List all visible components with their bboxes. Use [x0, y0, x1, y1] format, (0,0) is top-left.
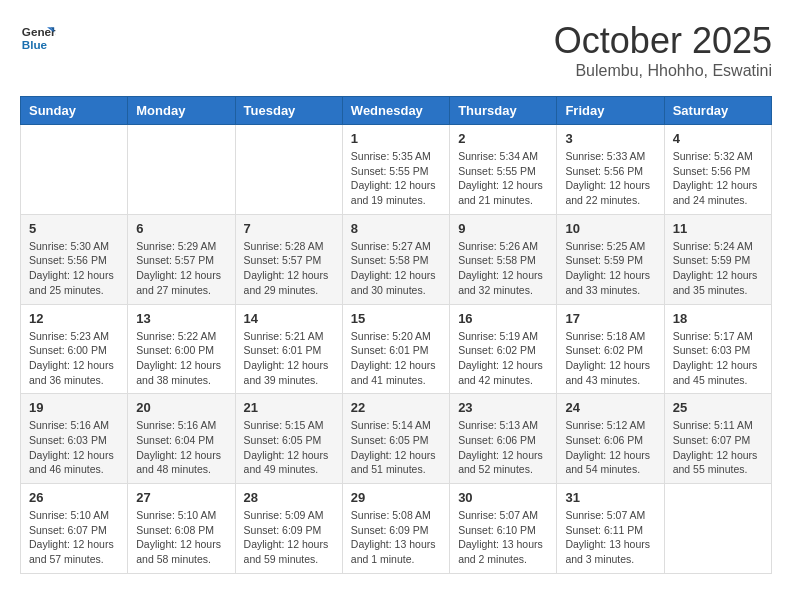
day-info: Sunrise: 5:11 AM Sunset: 6:07 PM Dayligh…	[673, 418, 763, 477]
calendar-cell: 11Sunrise: 5:24 AM Sunset: 5:59 PM Dayli…	[664, 214, 771, 304]
calendar-week-row: 1Sunrise: 5:35 AM Sunset: 5:55 PM Daylig…	[21, 125, 772, 215]
day-info: Sunrise: 5:23 AM Sunset: 6:00 PM Dayligh…	[29, 329, 119, 388]
calendar-cell: 14Sunrise: 5:21 AM Sunset: 6:01 PM Dayli…	[235, 304, 342, 394]
day-number: 23	[458, 400, 548, 415]
calendar-cell: 19Sunrise: 5:16 AM Sunset: 6:03 PM Dayli…	[21, 394, 128, 484]
calendar-cell: 8Sunrise: 5:27 AM Sunset: 5:58 PM Daylig…	[342, 214, 449, 304]
day-number: 29	[351, 490, 441, 505]
logo-icon: General Blue	[20, 20, 56, 56]
calendar-cell: 17Sunrise: 5:18 AM Sunset: 6:02 PM Dayli…	[557, 304, 664, 394]
calendar-cell: 31Sunrise: 5:07 AM Sunset: 6:11 PM Dayli…	[557, 484, 664, 574]
day-number: 2	[458, 131, 548, 146]
day-number: 14	[244, 311, 334, 326]
calendar-cell: 12Sunrise: 5:23 AM Sunset: 6:00 PM Dayli…	[21, 304, 128, 394]
calendar-cell: 30Sunrise: 5:07 AM Sunset: 6:10 PM Dayli…	[450, 484, 557, 574]
day-number: 6	[136, 221, 226, 236]
day-number: 24	[565, 400, 655, 415]
calendar-cell: 25Sunrise: 5:11 AM Sunset: 6:07 PM Dayli…	[664, 394, 771, 484]
day-info: Sunrise: 5:12 AM Sunset: 6:06 PM Dayligh…	[565, 418, 655, 477]
day-info: Sunrise: 5:08 AM Sunset: 6:09 PM Dayligh…	[351, 508, 441, 567]
calendar-cell: 9Sunrise: 5:26 AM Sunset: 5:58 PM Daylig…	[450, 214, 557, 304]
day-number: 12	[29, 311, 119, 326]
day-of-week-header: Thursday	[450, 97, 557, 125]
day-of-week-header: Wednesday	[342, 97, 449, 125]
calendar-cell: 21Sunrise: 5:15 AM Sunset: 6:05 PM Dayli…	[235, 394, 342, 484]
day-number: 22	[351, 400, 441, 415]
day-info: Sunrise: 5:25 AM Sunset: 5:59 PM Dayligh…	[565, 239, 655, 298]
day-number: 7	[244, 221, 334, 236]
day-number: 1	[351, 131, 441, 146]
calendar-cell: 15Sunrise: 5:20 AM Sunset: 6:01 PM Dayli…	[342, 304, 449, 394]
day-number: 30	[458, 490, 548, 505]
calendar-cell: 3Sunrise: 5:33 AM Sunset: 5:56 PM Daylig…	[557, 125, 664, 215]
calendar-cell: 27Sunrise: 5:10 AM Sunset: 6:08 PM Dayli…	[128, 484, 235, 574]
day-of-week-header: Friday	[557, 97, 664, 125]
calendar-cell: 28Sunrise: 5:09 AM Sunset: 6:09 PM Dayli…	[235, 484, 342, 574]
page-header: General Blue October 2025 Bulembu, Hhohh…	[20, 20, 772, 80]
calendar-week-row: 12Sunrise: 5:23 AM Sunset: 6:00 PM Dayli…	[21, 304, 772, 394]
day-info: Sunrise: 5:10 AM Sunset: 6:07 PM Dayligh…	[29, 508, 119, 567]
day-number: 28	[244, 490, 334, 505]
day-info: Sunrise: 5:28 AM Sunset: 5:57 PM Dayligh…	[244, 239, 334, 298]
day-info: Sunrise: 5:07 AM Sunset: 6:10 PM Dayligh…	[458, 508, 548, 567]
day-info: Sunrise: 5:09 AM Sunset: 6:09 PM Dayligh…	[244, 508, 334, 567]
day-number: 16	[458, 311, 548, 326]
day-number: 17	[565, 311, 655, 326]
day-number: 18	[673, 311, 763, 326]
day-number: 25	[673, 400, 763, 415]
day-number: 26	[29, 490, 119, 505]
calendar-cell	[235, 125, 342, 215]
day-info: Sunrise: 5:13 AM Sunset: 6:06 PM Dayligh…	[458, 418, 548, 477]
day-info: Sunrise: 5:16 AM Sunset: 6:03 PM Dayligh…	[29, 418, 119, 477]
day-info: Sunrise: 5:32 AM Sunset: 5:56 PM Dayligh…	[673, 149, 763, 208]
calendar-cell: 2Sunrise: 5:34 AM Sunset: 5:55 PM Daylig…	[450, 125, 557, 215]
day-number: 19	[29, 400, 119, 415]
day-info: Sunrise: 5:21 AM Sunset: 6:01 PM Dayligh…	[244, 329, 334, 388]
logo: General Blue	[20, 20, 56, 56]
day-number: 13	[136, 311, 226, 326]
day-info: Sunrise: 5:33 AM Sunset: 5:56 PM Dayligh…	[565, 149, 655, 208]
day-number: 15	[351, 311, 441, 326]
day-info: Sunrise: 5:30 AM Sunset: 5:56 PM Dayligh…	[29, 239, 119, 298]
day-of-week-header: Sunday	[21, 97, 128, 125]
calendar-cell: 6Sunrise: 5:29 AM Sunset: 5:57 PM Daylig…	[128, 214, 235, 304]
day-info: Sunrise: 5:29 AM Sunset: 5:57 PM Dayligh…	[136, 239, 226, 298]
calendar-cell: 29Sunrise: 5:08 AM Sunset: 6:09 PM Dayli…	[342, 484, 449, 574]
calendar-cell: 22Sunrise: 5:14 AM Sunset: 6:05 PM Dayli…	[342, 394, 449, 484]
day-info: Sunrise: 5:20 AM Sunset: 6:01 PM Dayligh…	[351, 329, 441, 388]
calendar-table: SundayMondayTuesdayWednesdayThursdayFrid…	[20, 96, 772, 574]
calendar-week-row: 19Sunrise: 5:16 AM Sunset: 6:03 PM Dayli…	[21, 394, 772, 484]
day-info: Sunrise: 5:15 AM Sunset: 6:05 PM Dayligh…	[244, 418, 334, 477]
day-info: Sunrise: 5:35 AM Sunset: 5:55 PM Dayligh…	[351, 149, 441, 208]
calendar-cell: 1Sunrise: 5:35 AM Sunset: 5:55 PM Daylig…	[342, 125, 449, 215]
day-of-week-header: Monday	[128, 97, 235, 125]
day-info: Sunrise: 5:19 AM Sunset: 6:02 PM Dayligh…	[458, 329, 548, 388]
svg-text:Blue: Blue	[22, 38, 48, 51]
day-info: Sunrise: 5:26 AM Sunset: 5:58 PM Dayligh…	[458, 239, 548, 298]
day-info: Sunrise: 5:34 AM Sunset: 5:55 PM Dayligh…	[458, 149, 548, 208]
day-info: Sunrise: 5:14 AM Sunset: 6:05 PM Dayligh…	[351, 418, 441, 477]
day-info: Sunrise: 5:27 AM Sunset: 5:58 PM Dayligh…	[351, 239, 441, 298]
day-number: 4	[673, 131, 763, 146]
day-number: 27	[136, 490, 226, 505]
calendar-header-row: SundayMondayTuesdayWednesdayThursdayFrid…	[21, 97, 772, 125]
calendar-cell: 23Sunrise: 5:13 AM Sunset: 6:06 PM Dayli…	[450, 394, 557, 484]
day-info: Sunrise: 5:10 AM Sunset: 6:08 PM Dayligh…	[136, 508, 226, 567]
calendar-week-row: 5Sunrise: 5:30 AM Sunset: 5:56 PM Daylig…	[21, 214, 772, 304]
calendar-cell: 20Sunrise: 5:16 AM Sunset: 6:04 PM Dayli…	[128, 394, 235, 484]
calendar-cell: 4Sunrise: 5:32 AM Sunset: 5:56 PM Daylig…	[664, 125, 771, 215]
day-number: 11	[673, 221, 763, 236]
day-number: 5	[29, 221, 119, 236]
location: Bulembu, Hhohho, Eswatini	[554, 62, 772, 80]
day-number: 3	[565, 131, 655, 146]
day-info: Sunrise: 5:17 AM Sunset: 6:03 PM Dayligh…	[673, 329, 763, 388]
calendar-cell: 26Sunrise: 5:10 AM Sunset: 6:07 PM Dayli…	[21, 484, 128, 574]
day-info: Sunrise: 5:22 AM Sunset: 6:00 PM Dayligh…	[136, 329, 226, 388]
calendar-cell	[128, 125, 235, 215]
calendar-cell	[664, 484, 771, 574]
day-number: 31	[565, 490, 655, 505]
calendar-cell: 13Sunrise: 5:22 AM Sunset: 6:00 PM Dayli…	[128, 304, 235, 394]
calendar-cell	[21, 125, 128, 215]
day-number: 21	[244, 400, 334, 415]
day-info: Sunrise: 5:18 AM Sunset: 6:02 PM Dayligh…	[565, 329, 655, 388]
